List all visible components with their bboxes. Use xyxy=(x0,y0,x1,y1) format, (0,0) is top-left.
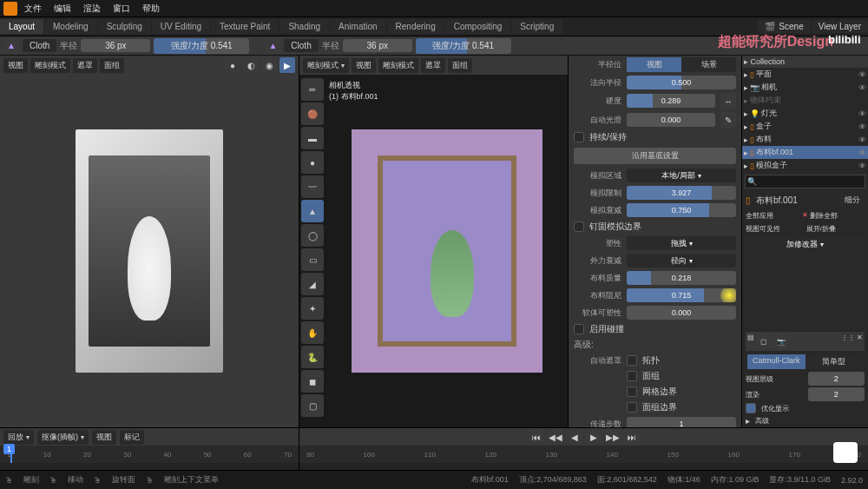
toggle-view[interactable]: 视图 xyxy=(627,57,681,72)
ws-tab-sculpting[interactable]: Sculpting xyxy=(98,19,151,34)
eye-icon[interactable]: 👁 xyxy=(858,70,866,79)
shading-rendered-icon[interactable]: ◉ xyxy=(261,57,277,73)
render-lvl-slider[interactable]: 2 xyxy=(808,387,865,401)
ws-tab-compositing[interactable]: Compositing xyxy=(445,19,511,34)
subdiv-btn[interactable]: 细分 xyxy=(840,193,865,208)
hardness-slider[interactable]: 0.289 xyxy=(627,94,715,108)
mask-btn[interactable]: 遮罩 xyxy=(73,58,97,73)
plasticity-dropdown[interactable]: 拖拽 xyxy=(627,236,736,250)
sculpt-mode-btn[interactable]: 雕刻模式 xyxy=(30,58,70,73)
shading-material-icon[interactable]: ◐ xyxy=(243,57,259,73)
ws-tab-scripting[interactable]: Scripting xyxy=(511,19,562,34)
radius-slider[interactable]: 36 px xyxy=(81,39,150,52)
next-key-icon[interactable]: ▶▶ xyxy=(605,429,621,445)
automask-fgbound-checkbox[interactable] xyxy=(627,402,637,413)
view-btn-2[interactable]: 视图 xyxy=(352,58,376,73)
eye-icon[interactable]: 👁 xyxy=(858,122,866,131)
ws-tab-layout[interactable]: Layout xyxy=(0,19,43,34)
timeline-track-left[interactable]: 110203040506070 xyxy=(0,446,299,463)
timeline-scrubber[interactable] xyxy=(10,446,12,463)
mod-simple[interactable]: 简单型 xyxy=(806,354,864,369)
keying-dropdown[interactable]: 抠像(插帧) xyxy=(37,430,89,445)
modifier-icon[interactable]: ▤ xyxy=(747,334,754,349)
jump-start-icon[interactable]: ⏮ xyxy=(529,429,544,445)
viewport-lvl-slider[interactable]: 2 xyxy=(808,372,865,386)
automask-facegroup-checkbox[interactable] xyxy=(627,371,637,381)
tool-scrape-icon[interactable]: ◢ xyxy=(301,273,324,295)
scene-selector[interactable]: 🎬Scene xyxy=(758,20,810,33)
link-icon[interactable]: ↔ xyxy=(720,93,736,109)
outliner-item[interactable]: ▸ 💡灯光👁 xyxy=(742,107,868,120)
ws-tab-animation[interactable]: Animation xyxy=(330,19,385,34)
brush-selector-2[interactable]: Cloth xyxy=(284,39,318,52)
sim-area-dropdown[interactable]: 本地/局部 xyxy=(627,169,736,182)
play-forward-icon[interactable]: ▶ xyxy=(586,429,602,445)
view-btn[interactable]: 视图 xyxy=(3,58,28,73)
pin-boundary-checkbox[interactable] xyxy=(574,221,584,232)
tool-draw-icon[interactable]: ✏ xyxy=(301,78,324,101)
sim-limit-slider[interactable]: 3.927 xyxy=(627,186,736,200)
ws-tab-texpaint[interactable]: Texture Paint xyxy=(211,19,279,34)
menu-window[interactable]: 窗口 xyxy=(108,1,135,17)
ws-tab-rendering[interactable]: Rendering xyxy=(387,19,444,34)
tool-grab-icon[interactable]: ✋ xyxy=(301,321,324,344)
tool-snake-icon[interactable]: 🐍 xyxy=(301,346,324,368)
ws-tab-uvediting[interactable]: UV Editing xyxy=(152,19,210,34)
eye-icon[interactable]: 👁 xyxy=(858,162,866,170)
radius-slider-2[interactable]: 36 px xyxy=(343,39,412,52)
brush-selector[interactable]: Cloth xyxy=(23,39,56,52)
normal-radius-slider[interactable]: 0.500 xyxy=(627,76,736,89)
strength-slider[interactable]: 强度/力度 0.541 xyxy=(154,38,249,54)
mid-viewport[interactable]: ✏ 🟤 ▬ ● 〰 ▲ ◯ ▭ ◢ ✦ ✋ 🐍 ◼ ▢ 相机透视 (1) 布料b… xyxy=(299,75,568,427)
tl-view-btn[interactable]: 视图 xyxy=(92,430,116,445)
auto-smooth-slider[interactable]: 0.000 xyxy=(627,113,715,127)
soft-plast-slider[interactable]: 0.000 xyxy=(627,306,736,320)
tool-mask-icon[interactable]: ◼ xyxy=(301,370,324,393)
play-reverse-icon[interactable]: ◀ xyxy=(567,429,582,445)
outliner-item-active[interactable]: ▸ ▯布料bf.001👁 xyxy=(742,146,868,159)
jump-end-icon[interactable]: ⏭ xyxy=(624,429,640,445)
tool-flatten-icon[interactable]: ▭ xyxy=(301,248,324,271)
outliner-item[interactable]: ▸ 📷相机👁 xyxy=(742,81,868,94)
collision-checkbox[interactable] xyxy=(574,324,584,334)
menu-render[interactable]: 渲染 xyxy=(78,1,106,17)
outliner-item[interactable]: ▸ ▯平面👁 xyxy=(742,68,868,81)
left-viewport[interactable] xyxy=(0,75,299,427)
close-icon[interactable]: ✕ xyxy=(857,334,863,349)
brush-icon[interactable]: ▲ xyxy=(3,38,19,54)
mod-render-icon[interactable]: 📷 xyxy=(773,334,789,349)
menu-file[interactable]: 文件 xyxy=(19,1,47,17)
facegroup-btn-2[interactable]: 面组 xyxy=(448,58,472,73)
outliner-item[interactable]: ▸ ▯盒子👁 xyxy=(742,120,868,133)
apply-all-btn[interactable]: 全部应用 xyxy=(746,211,800,221)
tool-inflate-icon[interactable]: ● xyxy=(301,151,324,174)
persist-checkbox[interactable] xyxy=(574,132,584,142)
sculpt-mode-btn-2[interactable]: 雕刻模式 xyxy=(378,58,418,73)
tool-pinch-icon[interactable]: ✦ xyxy=(301,297,324,320)
tool-cloth-icon[interactable]: ▲ xyxy=(301,200,324,222)
play-icon[interactable]: ▶ xyxy=(279,57,295,73)
outliner-item[interactable]: ▸ 物体约束 xyxy=(742,94,868,107)
eyedropper-icon[interactable]: ✎ xyxy=(720,112,736,128)
sculpt-mode-dropdown[interactable]: 雕刻模式 xyxy=(303,58,349,73)
ws-tab-modeling[interactable]: Modeling xyxy=(44,19,97,34)
shading-solid-icon[interactable]: ● xyxy=(225,57,240,73)
mask-btn-2[interactable]: 遮罩 xyxy=(421,58,445,73)
strength-slider-2[interactable]: 强度/力度 0.541 xyxy=(416,38,511,54)
prev-key-icon[interactable]: ◀◀ xyxy=(548,429,563,445)
eye-icon[interactable]: 👁 xyxy=(858,109,866,118)
menu-help[interactable]: 帮助 xyxy=(137,1,165,17)
timeline-track-right[interactable]: 80100110120130140150160170180 xyxy=(299,446,868,463)
tool-layer-icon[interactable]: ▬ xyxy=(301,127,324,149)
sim-falloff-slider[interactable]: 0.750 xyxy=(627,203,736,217)
outliner-item[interactable]: ▸ ▯布料👁 xyxy=(742,133,868,146)
tl-marker-btn[interactable]: 标记 xyxy=(120,430,144,445)
search-input[interactable] xyxy=(745,175,865,188)
automask-meshbound-checkbox[interactable] xyxy=(627,387,637,397)
ws-tab-shading[interactable]: Shading xyxy=(279,19,329,34)
tool-smooth-icon[interactable]: ◯ xyxy=(301,224,324,247)
mod-display-icon[interactable]: ▢ xyxy=(756,334,772,349)
collection-header[interactable]: ▸ Collection xyxy=(742,56,868,68)
eye-icon[interactable]: 👁 xyxy=(858,135,866,144)
tool-box-icon[interactable]: ▢ xyxy=(301,394,324,417)
